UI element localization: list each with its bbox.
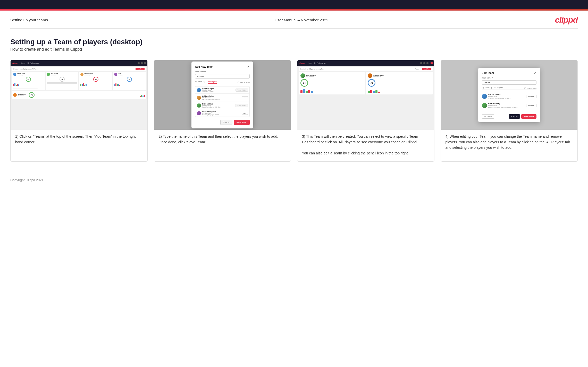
team-name-label: Team Name * (195, 71, 250, 73)
player-list: Adrian Player Plus HandicapThe Shire Lon… (195, 86, 250, 117)
save-team-button[interactable]: Save Team (234, 120, 250, 125)
player-row-2: Adrian Coliba 1.5 HandicapCentral London… (195, 94, 249, 101)
main-content: Setting up a Team of players (desktop) H… (0, 29, 588, 176)
player-action-1: Player Added (236, 89, 248, 92)
edit-team-name-label: Team Name * (482, 77, 536, 79)
copyright-text: Copyright Clippd 2021 (10, 178, 44, 182)
edit-avatar-2 (482, 103, 487, 108)
ss3-avatar-1 (300, 73, 305, 78)
cancel-button[interactable]: Cancel (220, 120, 232, 125)
edit-filter-label: Filter by name (527, 88, 536, 89)
player-avatar-1 (197, 88, 201, 92)
ss1-avatar-1 (13, 73, 16, 76)
edit-avatar-1 (482, 94, 487, 99)
dialog-close-icon[interactable]: ✕ (247, 65, 250, 68)
ss1-logo: clippd (12, 62, 18, 64)
logo: clippd (555, 15, 578, 25)
ss1-player-4: Dave B. 1.5 Handicap 78 (113, 72, 146, 90)
filter-checkbox[interactable] (238, 82, 239, 83)
edit-dialog-close-icon[interactable]: ✕ (534, 71, 536, 74)
ss1-body: Showing 5 out of 5 players from: All Pla… (11, 66, 147, 130)
remove-player-1-button[interactable]: Remove (526, 95, 536, 98)
tab-all-players[interactable]: All Players (208, 81, 217, 84)
card-4: Edit Team ✕ Team Name * My Team (2) All … (441, 60, 578, 162)
card-2: Add New Team ✕ Team Name * My Team (2) A… (154, 60, 291, 162)
dialog-title: Add New Team (195, 65, 213, 68)
screenshot-4: Edit Team ✕ Team Name * My Team (2) All … (441, 60, 578, 130)
card-2-text: 2) Type the name of this Team and then s… (154, 130, 291, 161)
player-row-3: Blair McHarg Plus HandicapRoyal North De… (195, 102, 249, 109)
player-avatar-3 (197, 103, 201, 108)
page-title: Setting up a Team of players (desktop) (10, 38, 578, 46)
page-footer: Copyright Clippd 2021 (0, 176, 588, 185)
player-action-2[interactable]: Add (242, 96, 248, 99)
add-team-btn-ss1[interactable]: + Add Team (136, 68, 144, 70)
top-bar (0, 0, 588, 9)
ss3-player-2: Richard Butler Plus Handicap 72 (366, 72, 432, 94)
trash-icon: 🗑 (484, 116, 486, 117)
player-avatar-2 (197, 96, 201, 100)
edit-tab-all-players[interactable]: All Players (494, 87, 503, 90)
edit-player-row-1: Adrian Player Plus HandicapThe Shire Lon… (482, 92, 536, 101)
player-avatar-4 (197, 111, 201, 115)
ss3-nav: clippd Home My Performance (297, 60, 434, 66)
player-row-4: Dave Billingham 1.5 HandicapThe Ding Mag… (195, 110, 249, 117)
edit-save-team-button[interactable]: Save Team (521, 114, 536, 119)
delete-team-button[interactable]: 🗑 Delete (482, 114, 494, 119)
card-1: clippd Home My Performance (10, 60, 148, 162)
cards-grid: clippd Home My Performance (10, 60, 578, 162)
ss1-player-2: Blair McHarg Plus Handicap 0 (46, 72, 79, 90)
page-header: Setting up your teams User Manual – Nove… (0, 11, 588, 28)
card-3-text: 3) This Team will then be created. You c… (297, 130, 434, 161)
add-team-dialog: Add New Team ✕ Team Name * My Team (2) A… (191, 62, 253, 128)
player-action-3: Player Added (236, 104, 248, 107)
edit-tab-my-team[interactable]: My Team (2) (482, 87, 492, 90)
add-team-btn-ss3[interactable]: + Add Team (422, 68, 431, 70)
ss1-nav-items: Home My Performance (21, 62, 39, 64)
edit-filter-checkbox[interactable] (524, 88, 526, 89)
card-4-text: 4) When editing your Team, you can chang… (441, 130, 578, 161)
ss1-avatar-2 (47, 73, 50, 76)
ss3-body: Showing 2 out of 2 players from: My Team… (297, 66, 434, 130)
ss3-player-1: Blair McHarg Plus Handicap 94 (299, 72, 365, 94)
ss1-controls (138, 62, 146, 64)
ss3-avatar-2 (368, 73, 372, 78)
tab-my-team[interactable]: My Team (2) (195, 81, 205, 84)
edit-team-dialog: Edit Team ✕ Team Name * My Team (2) All … (478, 68, 540, 122)
ss1-player-3: Dave Billingham 1.5 Handicap 94 (79, 72, 112, 90)
screenshot-3: clippd Home My Performance (297, 60, 434, 130)
remove-player-2-button[interactable]: Remove (526, 104, 536, 107)
manual-title: User Manual – November 2022 (275, 18, 328, 22)
edit-player-list: Adrian Player Plus HandicapThe Shire Lon… (482, 92, 536, 110)
section-label: Setting up your teams (10, 18, 48, 22)
edit-team-name-input[interactable] (482, 80, 536, 85)
edit-dialog-title: Edit Team (482, 72, 494, 74)
ss1-nav: clippd Home My Performance (11, 60, 147, 66)
card-1-text: 1) Click on 'Teams' at the top of the sc… (11, 130, 147, 161)
edit-dialog-footer: 🗑 Delete Cancel Save Team (482, 112, 536, 119)
team-name-input[interactable] (195, 74, 250, 78)
edit-pencil-icon[interactable] (431, 62, 433, 64)
ss1-avatar-3 (80, 73, 83, 76)
page-subtitle: How to create and edit Teams in Clippd (10, 47, 578, 52)
screenshot-1: clippd Home My Performance (11, 60, 147, 130)
ss1-avatar-4 (114, 73, 117, 76)
edit-cancel-button[interactable]: Cancel (509, 114, 520, 119)
edit-player-row-2: Blair McHarg Plus HandicapRoyal North De… (482, 101, 536, 110)
player-action-4[interactable]: Add (242, 112, 248, 115)
filter-label: Filter by name (240, 82, 250, 83)
ss1-player-1: Adrian Collins Plus Handicap 84 (12, 72, 45, 90)
ss1-player-5: Richard Butler Plus Handicap 72 (12, 91, 146, 99)
player-row-1: Adrian Player Plus HandicapThe Shire Lon… (195, 86, 249, 94)
screenshot-2: Add New Team ✕ Team Name * My Team (2) A… (154, 60, 291, 130)
card-3: clippd Home My Performance (297, 60, 434, 162)
